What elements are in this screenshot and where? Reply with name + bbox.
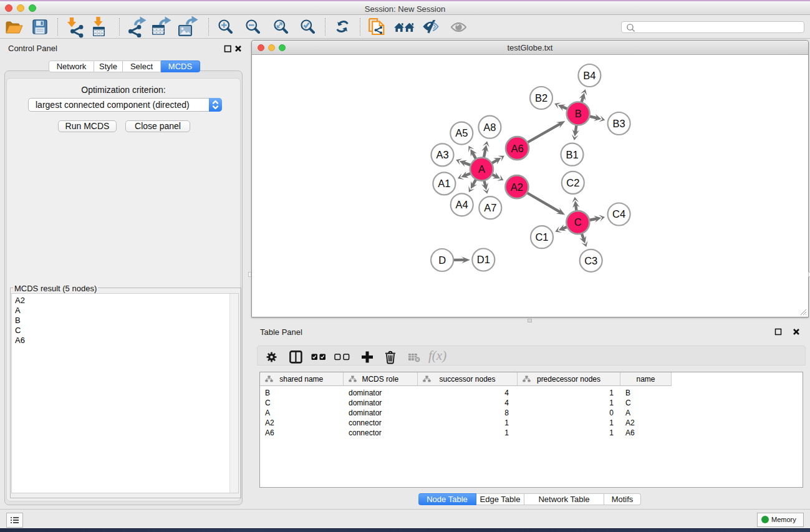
svg-text:C2: C2: [566, 177, 579, 188]
svg-text:D1: D1: [477, 254, 490, 265]
svg-text:A5: A5: [455, 127, 468, 138]
svg-text:A6: A6: [511, 143, 523, 154]
svg-text:A: A: [478, 163, 485, 175]
svg-text:A8: A8: [483, 122, 496, 133]
svg-text:C4: C4: [612, 208, 625, 220]
svg-text:C1: C1: [535, 231, 548, 243]
svg-text:A2: A2: [511, 181, 523, 193]
svg-text:B3: B3: [613, 118, 625, 129]
svg-text:A3: A3: [436, 149, 448, 160]
svg-text:B: B: [575, 108, 582, 119]
svg-text:D: D: [438, 254, 446, 266]
svg-text:B4: B4: [583, 70, 595, 81]
svg-text:C3: C3: [584, 255, 597, 266]
svg-text:C: C: [574, 216, 582, 228]
svg-text:A1: A1: [438, 178, 450, 189]
svg-text:A4: A4: [456, 199, 468, 210]
svg-text:B1: B1: [566, 149, 578, 160]
svg-text:B2: B2: [535, 92, 547, 104]
svg-text:A7: A7: [484, 202, 496, 213]
